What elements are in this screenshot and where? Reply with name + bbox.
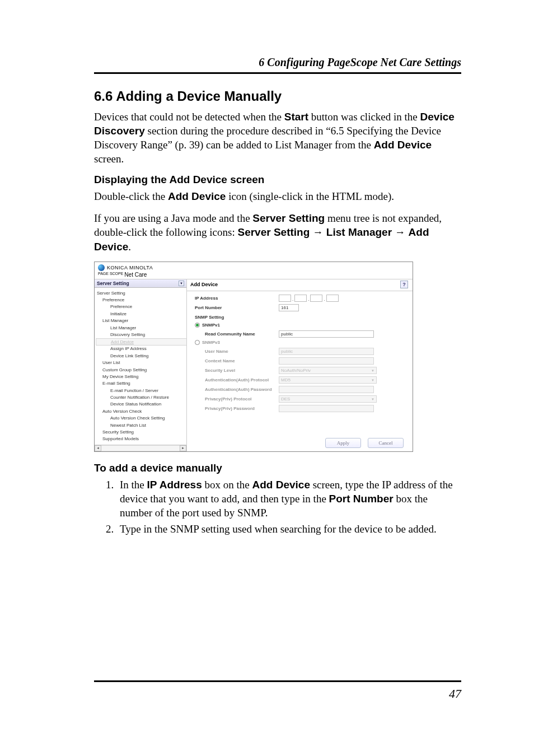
label-priv-password: Privacy(Priv) Password xyxy=(195,406,279,411)
subheading-to-add: To add a device manually xyxy=(94,462,461,474)
tree-item[interactable]: E-mail Function / Server xyxy=(96,388,185,394)
footer-rule xyxy=(94,680,461,682)
sidebar-header[interactable]: Server Setting ▼ xyxy=(95,279,186,288)
radio-label: SNMPv3 xyxy=(202,340,220,345)
tree-item[interactable]: Newest Patch List xyxy=(96,422,185,429)
text: icon (single-click in the HTML mode). xyxy=(226,190,394,202)
radio-label: SNMPv1 xyxy=(202,323,220,328)
scroll-right-icon[interactable]: ► xyxy=(180,445,186,451)
priv-protocol-select: DES▼ xyxy=(279,395,377,403)
tree-item[interactable]: E-mail Setting xyxy=(96,380,185,387)
arrow: → xyxy=(392,226,409,238)
ui-term-server-setting: Server Setting xyxy=(252,212,325,224)
ui-term-add-device: Add Device xyxy=(168,190,226,202)
sidebar: Server Setting ▼ Server SettingPreferenc… xyxy=(95,279,187,451)
subheading-displaying: Displaying the Add Device screen xyxy=(94,174,461,186)
context-name-input xyxy=(279,357,374,365)
ui-term-server-setting: Server Setting xyxy=(237,226,310,238)
tree-item[interactable]: My Device Setting xyxy=(96,374,185,380)
ip-octet-3[interactable] xyxy=(310,295,322,302)
nav-tree: Server SettingPreferencePreferenceInitia… xyxy=(95,288,186,445)
section-heading: 6.6 Adding a Device Manually xyxy=(94,88,461,104)
horizontal-scrollbar[interactable]: ◄ ► xyxy=(95,445,186,451)
label-ip-address: IP Address xyxy=(195,296,279,301)
radio-icon xyxy=(195,340,200,345)
text: screen. xyxy=(94,153,124,165)
footer-rule-container xyxy=(94,676,461,682)
chevron-down-icon: ▼ xyxy=(371,379,374,382)
select-value: NoAuth/NoPriv xyxy=(281,368,311,373)
paragraph-doubleclick: Double-click the Add Device icon (single… xyxy=(94,189,461,203)
product-core: Net Care xyxy=(124,272,147,278)
step-2: Type in the SNMP setting used when searc… xyxy=(116,522,461,536)
tree-item[interactable]: List Manager xyxy=(96,318,185,324)
ui-term-add-device: Add Device xyxy=(374,139,432,151)
tree-item[interactable]: Preference xyxy=(96,304,185,310)
brand-bar: KONICA MINOLTA xyxy=(95,262,413,271)
text: Double-click the xyxy=(94,190,168,202)
tree-item[interactable]: Server Setting xyxy=(96,290,185,297)
ip-address-field[interactable]: ... xyxy=(279,295,404,302)
tree-item[interactable]: Device Link Setting xyxy=(96,353,185,360)
label-security-level: Security Level xyxy=(195,368,279,373)
ui-term-list-manager: List Manager xyxy=(326,226,392,238)
port-number-input[interactable]: 161 xyxy=(279,304,299,311)
form-area: IP Address ... Port Number 161 SNMP Sett… xyxy=(187,291,413,417)
tree-item[interactable]: Add Device xyxy=(96,338,186,346)
chevron-down-icon: ▼ xyxy=(371,369,374,372)
tree-item[interactable]: Device Status Notification xyxy=(96,401,185,408)
label-snmp-setting: SNMP Setting xyxy=(195,315,404,320)
product-name: PAGE SCOPE Net Care xyxy=(95,271,413,279)
panel-title-bar: Add Device ? xyxy=(187,279,413,291)
step-1: In the IP Address box on the Add Device … xyxy=(116,478,461,520)
page-number: 47 xyxy=(449,687,461,701)
ui-term-port-number: Port Number xyxy=(329,493,394,505)
ip-octet-1[interactable] xyxy=(279,295,291,302)
ui-term-start: Start xyxy=(284,111,308,123)
text: If you are using a Java mode and the xyxy=(94,212,252,224)
radio-snmpv1[interactable]: SNMPv1 xyxy=(195,323,279,328)
tree-item[interactable]: Security Setting xyxy=(96,429,185,436)
cancel-button[interactable]: Cancel xyxy=(368,438,404,448)
tree-item[interactable]: Auto Version Check Setting xyxy=(96,415,185,422)
tree-item[interactable]: Custom Group Setting xyxy=(96,367,185,374)
radio-snmpv3[interactable]: SNMPv3 xyxy=(195,340,279,345)
sidebar-header-label: Server Setting xyxy=(97,281,129,286)
label-port-number: Port Number xyxy=(195,305,279,310)
tree-item[interactable]: Supported Models xyxy=(96,436,185,442)
tree-item[interactable]: Assign IP Address xyxy=(96,346,185,352)
auth-protocol-select: MD5▼ xyxy=(279,376,377,384)
chevron-down-icon[interactable]: ▼ xyxy=(179,281,184,286)
scroll-track[interactable] xyxy=(101,445,180,451)
panel-title: Add Device xyxy=(190,282,218,287)
help-icon[interactable]: ? xyxy=(400,281,408,288)
scroll-left-icon[interactable]: ◄ xyxy=(95,445,101,451)
ip-octet-4[interactable] xyxy=(326,295,339,302)
ip-octet-2[interactable] xyxy=(294,295,307,302)
label-user-name: User Name xyxy=(195,349,279,354)
priv-password-input xyxy=(279,405,374,412)
text: button was clicked in the xyxy=(308,111,420,123)
label-priv-protocol: Privacy(Priv) Protocol xyxy=(195,396,279,402)
read-community-input[interactable]: public xyxy=(279,330,374,338)
brand-text: KONICA MINOLTA xyxy=(107,265,153,270)
tree-item[interactable]: Preference xyxy=(96,297,185,304)
logo-icon xyxy=(98,264,105,271)
tree-item[interactable]: User List xyxy=(96,360,185,366)
tree-item[interactable]: Counter Notification / Restore xyxy=(96,394,185,401)
label-context-name: Context Name xyxy=(195,358,279,363)
tree-item[interactable]: Discovery Setting xyxy=(96,332,185,338)
arrow: → xyxy=(310,226,326,238)
apply-button[interactable]: Apply xyxy=(325,438,361,448)
tree-item[interactable]: Auto Version Check xyxy=(96,408,185,415)
chapter-header: 6 Configuring PageScope Net Care Setting… xyxy=(94,56,461,69)
text: Devices that could not be detected when … xyxy=(94,111,284,123)
text: . xyxy=(128,241,131,253)
label-auth-protocol: Authentication(Auth) Protocol xyxy=(195,377,279,382)
product-prefix: PAGE SCOPE xyxy=(98,272,124,276)
tree-item[interactable]: List Manager xyxy=(96,325,185,332)
label-auth-password: Authentication(Auth) Password xyxy=(195,387,279,392)
tree-item[interactable]: Initialize xyxy=(96,311,185,318)
paragraph-javamode: If you are using a Java mode and the Ser… xyxy=(94,211,461,253)
text: box on the xyxy=(202,479,252,491)
